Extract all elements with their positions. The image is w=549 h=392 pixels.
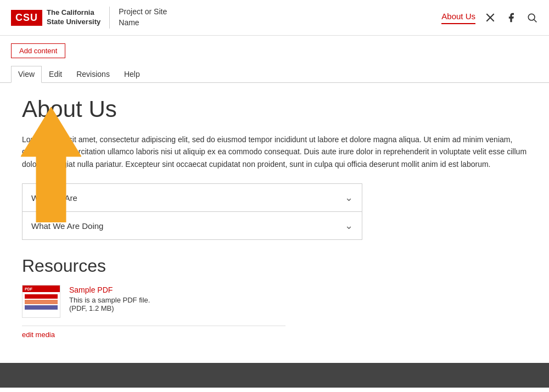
resource-info: Sample PDF This is a sample PDF file. (P… (69, 285, 150, 312)
chevron-down-icon-2: ⌄ (345, 220, 353, 232)
accordion-item-who[interactable]: Who We Are ⌄ (22, 183, 362, 212)
admin-bar: Add content (0, 36, 549, 61)
content-tabs: View Edit Revisions Help (0, 61, 549, 83)
csu-logo[interactable]: CSU The California State University (11, 8, 100, 27)
add-content-button[interactable]: Add content (11, 43, 65, 58)
nav-about-link[interactable]: About Us (441, 12, 475, 24)
site-header: CSU The California State University Proj… (0, 0, 549, 36)
site-footer (0, 363, 549, 388)
header-divider (109, 7, 110, 29)
resource-title-link[interactable]: Sample PDF (69, 285, 113, 294)
csu-logo-text: The California State University (47, 8, 100, 27)
site-name: Project or Site Name (119, 7, 167, 28)
tab-view[interactable]: View (11, 66, 42, 83)
accordion-header-doing[interactable]: What We Are Doing ⌄ (23, 212, 362, 239)
edit-media-link[interactable]: edit media (22, 331, 538, 339)
body-text: Lorem ipsum sit amet, consectetur adipis… (22, 133, 527, 170)
pdf-thumbnail: PDF (22, 285, 60, 318)
accordion-label-who: Who We Are (31, 193, 77, 203)
pdf-color-purple (25, 305, 58, 310)
twitter-icon[interactable] (484, 12, 496, 24)
svg-point-0 (528, 14, 535, 20)
main-content: About Us Lorem ipsum sit amet, consectet… (0, 83, 549, 352)
pdf-color-red (25, 294, 58, 299)
resource-item: PDF Sample PDF This is a sample PDF file… (22, 285, 285, 326)
header-right: About Us (441, 12, 538, 24)
header-left: CSU The California State University Proj… (11, 7, 167, 29)
chevron-down-icon: ⌄ (345, 192, 353, 204)
tab-help[interactable]: Help (117, 66, 147, 82)
tab-edit[interactable]: Edit (42, 66, 69, 82)
pdf-stripe: PDF (23, 285, 60, 292)
resource-meta: (PDF, 1.2 MB) (69, 304, 150, 312)
facebook-icon[interactable] (505, 12, 517, 24)
tab-revisions[interactable]: Revisions (69, 66, 117, 82)
csu-logo-box: CSU (11, 10, 42, 26)
page-title: About Us (22, 96, 538, 122)
search-icon[interactable] (526, 12, 538, 24)
pdf-color-orange (25, 300, 58, 304)
svg-line-1 (534, 20, 537, 23)
accordion-label-doing: What We Are Doing (31, 221, 103, 231)
pdf-thumb-body (23, 292, 60, 312)
resources-section: Resources PDF Sample PDF This is a sampl… (22, 256, 538, 339)
accordion: Who We Are ⌄ What We Are Doing ⌄ (22, 183, 362, 240)
resources-title: Resources (22, 256, 538, 276)
accordion-header-who[interactable]: Who We Are ⌄ (23, 184, 362, 211)
accordion-item-doing[interactable]: What We Are Doing ⌄ (22, 211, 362, 240)
resource-description: This is a sample PDF file. (69, 296, 150, 304)
